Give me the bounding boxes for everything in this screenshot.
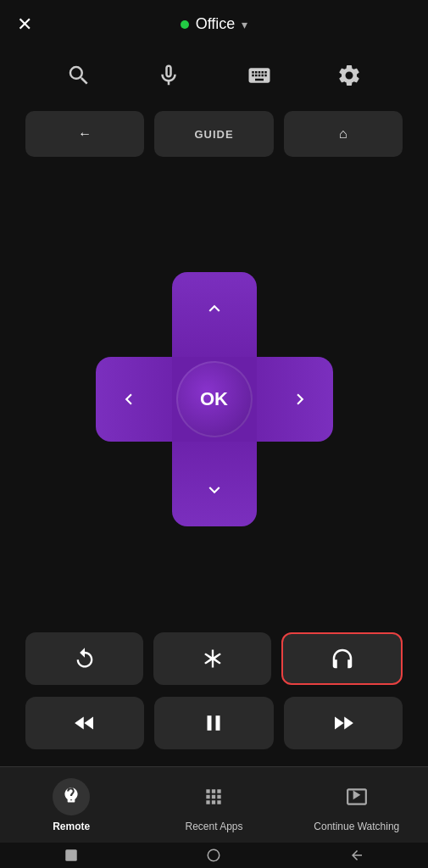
dropdown-chevron-icon[interactable]: ▾ (242, 18, 247, 31)
dpad-container: OK (0, 165, 428, 632)
bottom-navigation: Remote Recent Apps Continue Watching (0, 766, 428, 843)
mic-button[interactable] (150, 57, 187, 94)
home-button[interactable]: ⌂ (284, 111, 403, 157)
close-button[interactable]: ✕ (17, 14, 32, 36)
back-button[interactable]: ← (25, 111, 144, 157)
square-button[interactable] (62, 846, 81, 865)
svg-rect-0 (65, 849, 77, 861)
recent-apps-label: Recent Apps (185, 821, 242, 832)
guide-button[interactable]: GUIDE (154, 111, 273, 157)
home-circle-button[interactable] (204, 846, 223, 865)
device-name: Office (196, 15, 236, 33)
keyboard-button[interactable] (241, 57, 278, 94)
settings-button[interactable] (331, 57, 368, 94)
continue-watching-icon (338, 778, 375, 815)
search-button[interactable] (60, 57, 97, 94)
dpad-up-button[interactable] (189, 287, 240, 330)
play-pause-button[interactable] (154, 697, 273, 749)
asterisk-button[interactable] (153, 632, 271, 685)
back-triangle-button[interactable] (347, 846, 366, 865)
nav-continue-watching[interactable]: Continue Watching (286, 778, 428, 832)
svg-point-1 (208, 849, 220, 861)
playback-buttons-row (0, 697, 428, 749)
dpad: OK (96, 272, 333, 526)
rewind-button[interactable] (25, 697, 144, 749)
remote-label: Remote (53, 821, 90, 832)
system-bar (0, 843, 428, 868)
connection-dot (181, 20, 189, 29)
nav-remote[interactable]: Remote (0, 778, 142, 832)
control-buttons-row (0, 632, 428, 685)
ok-button[interactable]: OK (176, 361, 253, 437)
continue-watching-label: Continue Watching (314, 821, 399, 832)
dpad-down-button[interactable] (189, 469, 240, 511)
dpad-right-button[interactable] (279, 374, 321, 425)
recent-apps-icon (195, 778, 232, 815)
nav-buttons-row: ← GUIDE ⌂ (0, 111, 428, 157)
header: ✕ Office ▾ (0, 0, 428, 48)
replay-button[interactable] (25, 632, 143, 685)
headphone-button[interactable] (281, 632, 403, 685)
header-title: Office ▾ (181, 15, 248, 33)
dpad-left-button[interactable] (108, 374, 150, 425)
remote-icon (53, 778, 90, 815)
nav-recent-apps[interactable]: Recent Apps (142, 778, 285, 832)
forward-button[interactable] (284, 697, 403, 749)
top-toolbar (0, 48, 428, 111)
